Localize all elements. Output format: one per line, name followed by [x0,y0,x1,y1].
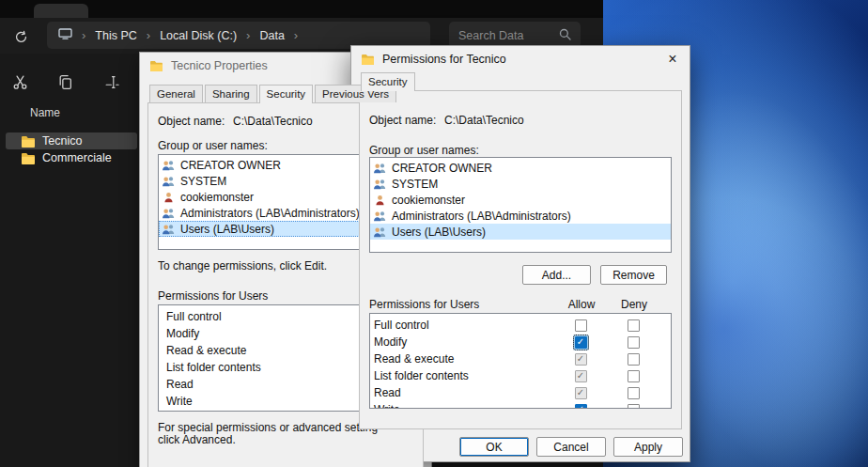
cut-button[interactable] [8,70,32,94]
advanced-hint-line1: For special permissions or advanced sett… [158,421,378,434]
copy-button[interactable] [53,70,77,94]
breadcrumb-chevron-icon: › [246,28,250,42]
close-button[interactable]: × [660,49,685,70]
object-name-value: C:\Data\Tecnico [233,115,313,128]
permission-row-modify: Modify [370,334,671,350]
group-name: SYSTEM [392,178,438,191]
group-list: CREATOR OWNER SYSTEM cookiemonster Admin… [369,157,672,253]
permissions-list: Full control Modify Read & execute List … [369,313,672,409]
deny-checkbox-read[interactable] [628,387,640,399]
allow-checkbox-write[interactable] [575,404,587,410]
permissions-for-label: Permissions for Users [369,298,555,311]
refresh-icon [14,30,28,44]
allow-column-header: Allow [555,298,608,311]
breadcrumb-item-local-disk-c[interactable]: Local Disk (C:) [160,29,237,42]
apply-button[interactable]: Apply [613,437,683,457]
group-list-item[interactable]: CREATOR OWNER [370,160,671,176]
users-group-icon [373,179,387,190]
column-header-name[interactable]: Name [30,106,60,119]
group-list-item-selected[interactable]: Users (LAB\Users) [370,224,671,240]
copy-icon [57,74,73,90]
permission-label: Full control [370,319,554,332]
permissions-tab-strip: Security [361,72,417,90]
explorer-window-tab[interactable] [34,4,88,18]
permission-row-read-execute: Read & execute [370,350,671,367]
breadcrumb-chevron-icon: › [82,28,85,42]
group-name: cookiemonster [392,194,465,207]
users-group-icon [162,224,176,235]
permission-row-read: Read [370,384,671,401]
tab-security[interactable]: Security [259,85,314,103]
object-name-value: C:\Data\Tecnico [444,114,524,127]
group-list-item[interactable]: SYSTEM [370,176,671,192]
cancel-button[interactable]: Cancel [536,437,606,457]
folder-list: Tecnico Commerciale [6,132,137,166]
permissions-header: Permissions for Users Allow Deny [369,297,672,312]
tab-security[interactable]: Security [361,72,415,91]
remove-button[interactable]: Remove [600,265,667,285]
group-name: Users (LAB\Users) [392,226,486,239]
users-group-icon [162,208,176,219]
permissions-security-page: Object name: C:\Data\Tecnico Group or us… [359,90,682,429]
properties-dialog-title: Tecnico Properties [171,59,268,72]
breadcrumb-item-this-pc[interactable]: This PC [95,29,136,42]
breadcrumb-chevron-icon: › [294,28,298,42]
folder-name: Tecnico [42,134,82,148]
group-name: CREATOR OWNER [180,159,281,172]
ok-button[interactable]: OK [459,437,529,457]
deny-checkbox-read-execute[interactable] [628,353,640,366]
tab-general[interactable]: General [149,85,203,102]
permission-label: Read & execute [370,352,554,366]
folder-icon [21,152,36,164]
folder-icon [361,54,375,65]
allow-checkbox-full-control[interactable] [575,319,587,332]
user-icon [373,195,387,206]
folder-row-commerciale[interactable]: Commerciale [6,149,137,166]
allow-checkbox-read[interactable] [575,387,587,399]
advanced-hint-line2: click Advanced. [158,433,236,446]
group-name: SYSTEM [180,175,226,188]
folder-icon [149,60,163,71]
add-button[interactable]: Add... [522,265,591,285]
permissions-for-label: Permissions for Users [158,289,268,303]
rename-button[interactable] [100,70,124,94]
group-list-item[interactable]: cookiemonster [370,192,671,208]
tab-sharing[interactable]: Sharing [205,85,257,102]
group-name: Administrators (LAB\Administrators) [392,210,571,223]
deny-checkbox-write[interactable] [628,404,640,410]
permissions-dialog-titlebar: Permissions for Tecnico [351,46,690,72]
breadcrumb-chevron-icon: › [147,28,150,42]
permission-row-write: Write [370,401,671,409]
object-name-label: Object name: [158,115,225,128]
deny-checkbox-list-folder-contents[interactable] [628,370,640,382]
deny-column-header: Deny [608,298,660,311]
folder-name: Commerciale [42,151,112,164]
permission-row-full-control: Full control [370,317,671,334]
users-group-icon [162,176,176,187]
edit-hint-text: To change permissions, click Edit. [158,259,327,272]
allow-checkbox-list-folder-contents[interactable] [575,370,587,382]
rename-icon [104,74,120,90]
allow-checkbox-read-execute[interactable] [575,353,587,366]
permission-label: List folder contents [370,369,554,382]
allow-checkbox-modify[interactable] [575,336,587,349]
deny-checkbox-full-control[interactable] [628,319,640,332]
object-name-label: Object name: [369,114,436,127]
permission-label: Read [370,386,554,399]
users-group-icon [162,160,176,171]
group-name: Users (LAB\Users) [180,223,274,236]
folder-row-tecnico[interactable]: Tecnico [6,132,137,149]
deny-checkbox-modify[interactable] [628,336,640,349]
group-list-item[interactable]: Administrators (LAB\Administrators) [370,208,671,224]
users-group-icon [373,210,387,222]
close-icon: × [668,51,676,68]
permissions-dialog: Permissions for Tecnico × Security Objec… [350,45,690,462]
permission-row-list-folder-contents: List folder contents [370,367,671,384]
refresh-button[interactable] [9,25,32,48]
group-names-label: Group or user names: [369,144,479,157]
user-icon [162,192,176,203]
desktop: › This PC › Local Disk (C:) › Data › Sea… [0,0,868,467]
search-placeholder: Search Data [458,29,559,42]
explorer-titlebar [0,0,603,18]
breadcrumb-item-data[interactable]: Data [259,29,284,42]
